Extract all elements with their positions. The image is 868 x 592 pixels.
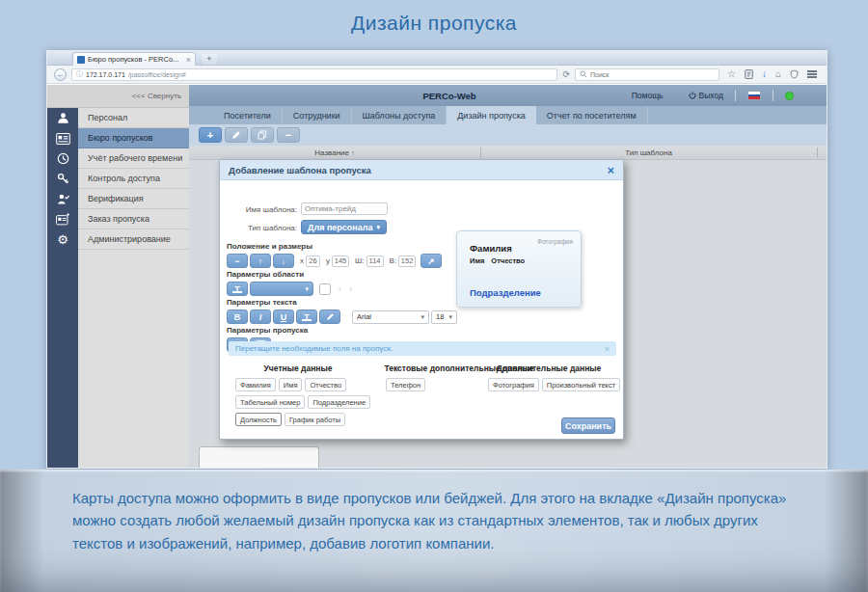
- stepper-prev-icon[interactable]: ‹: [339, 284, 341, 294]
- bold-button[interactable]: B: [227, 309, 248, 324]
- field-chip[interactable]: Подразделение: [308, 395, 370, 409]
- new-tab-button[interactable]: +: [202, 54, 217, 65]
- remove-element-button[interactable]: −: [227, 254, 248, 268]
- area-color-dropdown[interactable]: ▾: [250, 282, 313, 296]
- sidebar-item-personnel[interactable]: Персонал: [47, 108, 189, 128]
- font-family-select[interactable]: Arial ▾: [352, 310, 429, 324]
- divider: [735, 90, 736, 101]
- section-label: Параметры пропуска: [227, 326, 308, 335]
- y-label: y: [326, 256, 330, 265]
- url-field[interactable]: ⓘ 172.17.0.171 /passoffice/design#: [71, 68, 557, 81]
- chevron-down-icon: ▾: [377, 224, 381, 231]
- downloads-icon[interactable]: ↓: [762, 69, 767, 79]
- page-title: Дизайн пропуска: [0, 12, 868, 35]
- tab-employees[interactable]: Сотрудники: [283, 106, 352, 124]
- pass-preview-card[interactable]: Фотография Фамилия Имя Отчество Подразде…: [456, 230, 582, 308]
- preview-photo-placeholder: Фотография: [537, 238, 573, 245]
- y-input[interactable]: [332, 256, 349, 267]
- page: Дизайн пропуска Бюро пропусков - PERCo..…: [0, 0, 868, 592]
- url-host: 172.17.0.171: [86, 71, 125, 78]
- copy-button[interactable]: [251, 127, 274, 143]
- height-input[interactable]: [398, 256, 416, 267]
- sidebar-item-time-tracking[interactable]: Учёт рабочего времени: [47, 148, 189, 169]
- field-chip[interactable]: Фотография: [488, 378, 539, 391]
- stepper-next-icon[interactable]: ›: [349, 284, 352, 294]
- sidebar-item-administration[interactable]: ⚙ Администрирование: [47, 229, 189, 250]
- area-checkbox[interactable]: [319, 283, 331, 295]
- tab-visitors[interactable]: Посетители: [213, 106, 283, 124]
- help-link[interactable]: Помощь: [632, 91, 664, 100]
- sidebar-collapse-button[interactable]: <<< Свернуть: [47, 85, 189, 108]
- resize-button[interactable]: ↗: [420, 254, 442, 268]
- field-chip[interactable]: График работы: [285, 413, 345, 426]
- tab-access-templates[interactable]: Шаблоны доступа: [352, 106, 448, 124]
- bookmark-star-icon[interactable]: ☆: [727, 69, 736, 79]
- tab-close-icon[interactable]: ×: [186, 56, 191, 64]
- width-label: Ш:: [355, 256, 365, 265]
- sidebar-item-access-control[interactable]: Контроль доступа: [47, 169, 189, 189]
- text-color-button[interactable]: Т: [296, 309, 317, 324]
- edit-button[interactable]: [225, 127, 248, 143]
- field-chip[interactable]: Имя: [279, 378, 303, 391]
- move-down-button[interactable]: ↓: [273, 254, 294, 268]
- edit-text-button[interactable]: [319, 309, 340, 324]
- tab-title: Бюро пропусков - PERCo...: [88, 55, 183, 64]
- caption-text: Карты доступа можно оформить в виде проп…: [0, 470, 868, 554]
- preview-department: Подразделение: [470, 287, 541, 298]
- move-up-button[interactable]: ↑: [250, 254, 271, 268]
- browser-tab[interactable]: Бюро пропусков - PERCo... ×: [72, 52, 196, 66]
- tab-visitor-report[interactable]: Отчет по посетителям: [536, 106, 648, 124]
- dialog-title: Добавление шаблона пропуска: [229, 165, 371, 175]
- template-type-dropdown[interactable]: Для персонала ▾: [301, 220, 387, 234]
- menu-icon[interactable]: [807, 70, 817, 78]
- column-header-name[interactable]: Название ↑: [189, 146, 480, 160]
- template-name-input[interactable]: [301, 202, 388, 215]
- back-icon[interactable]: ←: [54, 68, 67, 81]
- width-input[interactable]: [366, 256, 384, 267]
- text-params-section: Параметры текста B I U Т Arial ▾: [227, 298, 457, 324]
- section-label: Параметры области: [227, 270, 352, 279]
- add-button[interactable]: +: [199, 127, 222, 143]
- dialog-close-icon[interactable]: ×: [607, 164, 614, 176]
- sidebar-item-verification[interactable]: Верификация: [47, 189, 189, 209]
- page-actions-icon[interactable]: [745, 69, 753, 79]
- logout-link[interactable]: Выход: [689, 91, 723, 100]
- field-chip[interactable]: Табельный номер: [235, 395, 305, 409]
- sidebar-item-label: Контроль доступа: [78, 169, 189, 189]
- x-input[interactable]: [306, 256, 320, 267]
- favicon-icon: [77, 56, 85, 64]
- save-button[interactable]: Сохранить: [561, 417, 615, 434]
- font-size-select[interactable]: 18 ▾: [431, 310, 457, 324]
- search-field[interactable]: [575, 68, 719, 81]
- reload-icon[interactable]: ⟳: [562, 69, 570, 79]
- drag-hint-bar: Перетащите необходимые поля на пропуск. …: [229, 341, 616, 356]
- sort-asc-icon: ↑: [351, 149, 355, 156]
- search-input[interactable]: [590, 71, 696, 78]
- field-chip[interactable]: Телефон: [386, 378, 425, 391]
- tab-pass-design[interactable]: Дизайн пропуска: [447, 106, 536, 124]
- chevron-down-icon: ▾: [448, 313, 452, 321]
- home-icon[interactable]: ⌂: [775, 69, 781, 79]
- preview-surname: Фамилия: [470, 243, 512, 254]
- pencil-icon: [231, 130, 241, 140]
- field-chip[interactable]: Должность: [235, 413, 282, 426]
- sidebar-item-label: Персонал: [78, 108, 189, 128]
- sidebar-items: Персонал Бюро пропусков Учёт рабочего вр…: [47, 108, 189, 468]
- section-tabs: Посетители Сотрудники Шаблоны доступа Ди…: [189, 106, 827, 124]
- delete-button[interactable]: −: [277, 127, 300, 143]
- field-chip[interactable]: Фамилия: [235, 378, 276, 391]
- italic-button[interactable]: I: [250, 309, 271, 324]
- column-divider: [817, 148, 818, 157]
- site-info-icon[interactable]: ⓘ: [76, 69, 83, 79]
- column-header-type[interactable]: Тип шаблона: [480, 146, 817, 160]
- table-header: Название ↑ Тип шаблона: [189, 146, 827, 160]
- field-chip[interactable]: Отчество: [305, 378, 346, 391]
- field-chip[interactable]: Произвольный текст: [542, 378, 620, 391]
- sidebar-item-pass-order[interactable]: Заказ пропуска: [47, 209, 189, 229]
- underline-button[interactable]: U: [273, 309, 294, 324]
- shield-icon[interactable]: [790, 69, 799, 79]
- language-flag-icon[interactable]: [747, 91, 761, 100]
- hint-close-icon[interactable]: ×: [605, 344, 610, 354]
- sidebar-item-pass-office[interactable]: Бюро пропусков: [47, 128, 189, 148]
- fill-color-button[interactable]: Т: [227, 282, 248, 296]
